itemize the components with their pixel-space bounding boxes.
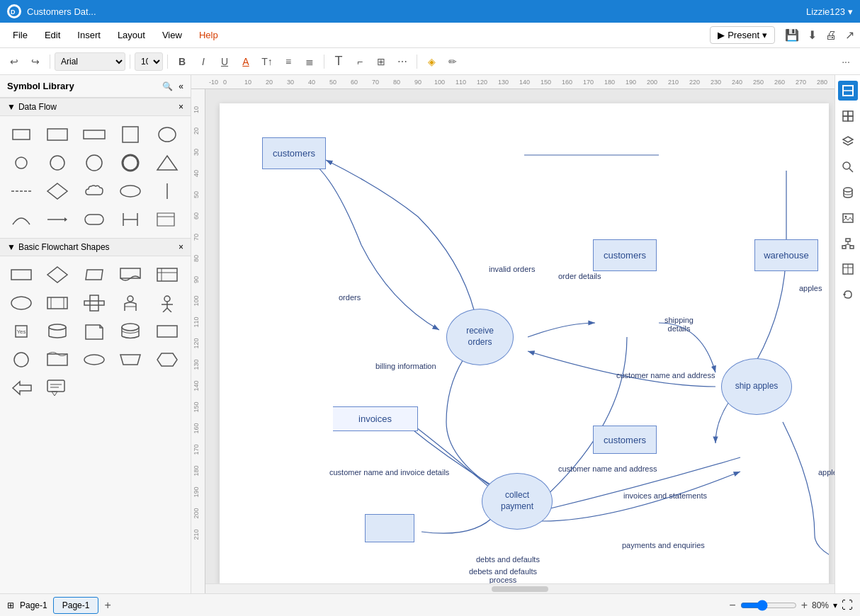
menu-help[interactable]: Help xyxy=(192,27,225,43)
shape-arrow-left[interactable] xyxy=(6,375,37,401)
align-left-button[interactable]: ≡ xyxy=(278,52,298,72)
basic-flowchart-section-header[interactable]: ▼ Basic Flowchart Shapes × xyxy=(0,238,191,256)
shape-circle-ring-md[interactable] xyxy=(42,150,73,176)
active-page-tab[interactable]: Page-1 xyxy=(53,597,99,614)
shape-oval[interactable] xyxy=(6,290,37,316)
shape-circle-lg[interactable] xyxy=(152,122,183,147)
extras-button[interactable]: ⋯ xyxy=(392,52,412,72)
layers-icon[interactable] xyxy=(838,132,858,152)
page-options-icon[interactable]: ⊞ xyxy=(7,600,14,610)
shape-person[interactable] xyxy=(115,290,146,316)
zoom-dropdown-icon[interactable]: ▾ xyxy=(833,600,837,610)
add-page-button[interactable]: + xyxy=(104,599,111,612)
zoom-out-button[interactable]: − xyxy=(729,599,735,612)
undo-history-icon[interactable] xyxy=(838,285,858,304)
present-button[interactable]: ▶ Present ▾ xyxy=(710,26,775,44)
shape-rect2[interactable] xyxy=(42,290,73,316)
shape-bracket[interactable] xyxy=(115,207,146,232)
shape-rounded-rect[interactable] xyxy=(79,207,110,232)
node-warehouse[interactable]: warehouse xyxy=(754,239,818,271)
search-panel-icon[interactable] xyxy=(838,157,858,177)
diagram-icon[interactable] xyxy=(838,234,858,253)
shape-parallelogram[interactable] xyxy=(79,262,110,287)
node-customers-top[interactable]: customers xyxy=(262,137,326,169)
shape-arrow[interactable] xyxy=(42,207,73,232)
download-icon[interactable]: ⬇ xyxy=(808,28,817,42)
data-flow-close-icon[interactable]: × xyxy=(179,102,183,112)
diagram-canvas[interactable]: customers customers warehouse receiveord… xyxy=(220,103,829,585)
shape-cross[interactable] xyxy=(79,290,110,316)
font-color-button[interactable]: A xyxy=(236,52,256,72)
shape-decision[interactable] xyxy=(42,262,73,287)
menu-edit[interactable]: Edit xyxy=(38,27,67,43)
align-options-button[interactable]: ≣ xyxy=(300,52,319,72)
shape-rect-md[interactable] xyxy=(42,122,73,147)
format-icon[interactable] xyxy=(838,106,858,126)
data-flow-section-header[interactable]: ▼ Data Flow × xyxy=(0,98,191,116)
basic-flowchart-close-icon[interactable]: × xyxy=(179,242,183,252)
shape-line-v[interactable] xyxy=(152,178,183,204)
node-invoices[interactable]: invoices xyxy=(333,406,418,431)
shape-note2[interactable] xyxy=(79,319,110,344)
node-customers-middle[interactable]: customers xyxy=(593,426,657,454)
database-icon[interactable] xyxy=(838,183,858,203)
bold-button[interactable]: B xyxy=(172,52,192,72)
user-menu[interactable]: Lizzie123 ▾ xyxy=(806,6,853,17)
menu-view[interactable]: View xyxy=(155,27,189,43)
menu-insert[interactable]: Insert xyxy=(70,27,108,43)
shape-cloud[interactable] xyxy=(79,178,110,204)
shape-rect-wide[interactable] xyxy=(79,122,110,147)
shape-rect-tall[interactable] xyxy=(115,122,146,147)
shape-circle-ring-sm[interactable] xyxy=(6,150,37,176)
share-icon[interactable]: ↗ xyxy=(845,28,854,42)
shape-diamond[interactable] xyxy=(42,178,73,204)
node-receive-orders[interactable]: receiveorders xyxy=(446,309,514,365)
shape-note[interactable] xyxy=(152,207,183,232)
shape-callout[interactable] xyxy=(42,375,73,401)
shape-ellipse[interactable] xyxy=(115,178,146,204)
more-options-button[interactable]: ··· xyxy=(836,52,856,72)
font-family-select[interactable]: Arial xyxy=(55,52,125,71)
fill-color-button[interactable]: ◈ xyxy=(421,52,441,72)
node-collect-payment[interactable]: collectpayment xyxy=(482,473,553,530)
shape-rect3[interactable] xyxy=(152,319,183,344)
print-icon[interactable]: 🖨 xyxy=(825,29,837,42)
zoom-in-button[interactable]: + xyxy=(801,599,808,612)
shape-circle-outline[interactable] xyxy=(115,150,146,176)
font-size-select[interactable]: 10 xyxy=(135,52,163,71)
menu-layout[interactable]: Layout xyxy=(111,27,152,43)
shape-dash-line[interactable] xyxy=(6,178,37,204)
underline-button[interactable]: U xyxy=(215,52,234,72)
shape-ellipse2[interactable] xyxy=(79,347,110,372)
fullscreen-button[interactable]: ⛶ xyxy=(842,599,853,612)
shape-stadium[interactable]: Yes xyxy=(6,319,37,344)
zoom-slider[interactable] xyxy=(740,600,797,611)
shape-rect4[interactable] xyxy=(42,347,73,372)
pen-button[interactable]: ✏ xyxy=(443,52,463,72)
shape-rect-sm[interactable] xyxy=(6,122,37,147)
undo-button[interactable]: ↩ xyxy=(4,52,24,72)
page1-tab[interactable]: Page-1 xyxy=(20,600,47,610)
shape-circle-ring-lg[interactable] xyxy=(79,150,110,176)
table-icon[interactable] xyxy=(838,259,858,279)
shape-arc[interactable] xyxy=(6,207,37,232)
text-edit-button[interactable]: T xyxy=(329,52,349,72)
shape-trapezoid[interactable] xyxy=(115,347,146,372)
edit-style-icon[interactable] xyxy=(838,81,858,101)
shape-internal-storage[interactable] xyxy=(152,262,183,287)
text-format-button[interactable]: T↑ xyxy=(257,52,277,72)
shape-circle2[interactable] xyxy=(6,347,37,372)
search-icon[interactable]: 🔍 xyxy=(162,81,173,91)
collapse-panel-icon[interactable]: « xyxy=(179,81,183,91)
shape-db[interactable] xyxy=(115,319,146,344)
italic-button[interactable]: I xyxy=(193,52,213,72)
image-icon[interactable] xyxy=(838,208,858,228)
menu-file[interactable]: File xyxy=(6,27,35,43)
insert-button[interactable]: ⊞ xyxy=(371,52,391,72)
redo-button[interactable]: ↪ xyxy=(26,52,45,72)
shape-document[interactable] xyxy=(115,262,146,287)
shape-process-rect[interactable] xyxy=(6,262,37,287)
node-customers-mid-top[interactable]: customers xyxy=(593,239,657,271)
canvas-scroll[interactable]: customers customers warehouse receiveord… xyxy=(205,89,834,593)
node-ship-apples[interactable]: ship apples xyxy=(721,358,792,415)
